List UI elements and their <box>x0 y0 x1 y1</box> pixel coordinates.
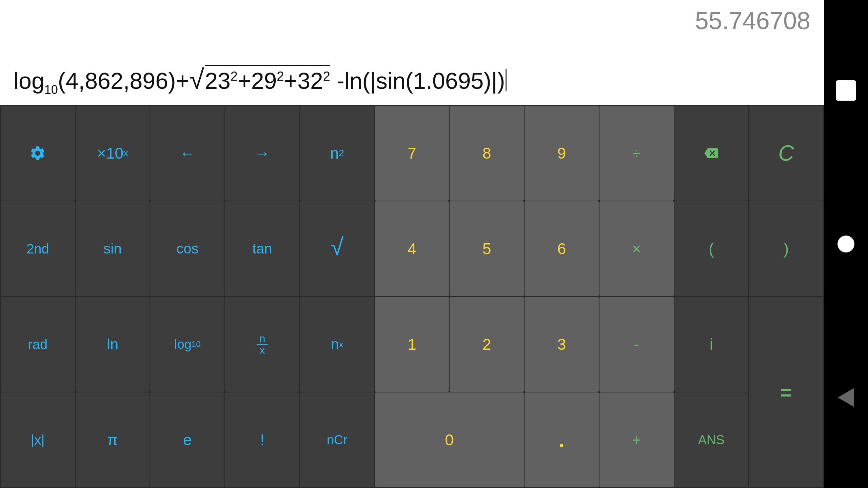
open-paren-button[interactable]: ( <box>674 201 749 296</box>
nine-button[interactable]: 9 <box>525 106 599 201</box>
2nd-button[interactable]: 2nd <box>1 201 75 296</box>
back-button[interactable] <box>834 386 858 409</box>
side-panel <box>824 0 868 488</box>
stop-icon <box>836 80 856 101</box>
log10-button[interactable]: log10 <box>150 297 224 392</box>
decimal-button[interactable]: . <box>525 392 599 487</box>
right-arrow-button[interactable]: → <box>225 106 299 201</box>
five-button[interactable]: 5 <box>450 201 524 296</box>
fraction-button[interactable]: n x <box>225 297 299 392</box>
two-button[interactable]: 2 <box>450 297 524 392</box>
cursor <box>506 69 507 91</box>
expression-display: log10(4,862,896)+√232+292+322 -ln(|sin(1… <box>10 61 814 98</box>
back-icon <box>838 388 854 407</box>
eight-button[interactable]: 8 <box>450 106 524 201</box>
rad-button[interactable]: rad <box>1 297 75 392</box>
abs-button[interactable]: |x| <box>1 392 75 487</box>
seven-button[interactable]: 7 <box>375 106 449 201</box>
exp10-button[interactable]: ×10x <box>76 106 150 201</box>
stop-button[interactable] <box>834 79 858 102</box>
keyboard-area: ×10x ← → n2 7 8 9 ÷ C 2nd sin cos tan √ … <box>0 105 824 488</box>
euler-button[interactable]: e <box>150 392 224 487</box>
zero-button[interactable]: 0 <box>375 392 524 487</box>
result-display: 55.746708 <box>10 7 814 35</box>
factorial-button[interactable]: ! <box>225 392 299 487</box>
ln-button[interactable]: ln <box>76 297 150 392</box>
home-button[interactable] <box>834 232 858 256</box>
ncr-button[interactable]: nCr <box>300 392 374 487</box>
add-button[interactable]: + <box>599 392 674 487</box>
one-button[interactable]: 1 <box>375 297 449 392</box>
divide-button[interactable]: ÷ <box>599 106 674 201</box>
calculator-area: 55.746708 log10(4,862,896)+√232+292+322 … <box>0 0 824 488</box>
power-button[interactable]: nx <box>300 297 374 392</box>
cos-button[interactable]: cos <box>150 201 224 296</box>
home-icon <box>837 236 854 252</box>
clear-button[interactable]: C <box>749 106 823 201</box>
multiply-button[interactable]: × <box>599 201 674 296</box>
expression-text: log10(4,862,896)+√232+292+322 -ln(|sin(1… <box>14 65 505 95</box>
imaginary-button[interactable]: i <box>674 297 749 392</box>
square-button[interactable]: n2 <box>300 106 374 201</box>
backspace-button[interactable] <box>674 106 749 201</box>
close-paren-button[interactable]: ) <box>749 201 823 296</box>
equals-button[interactable]: = <box>749 297 823 487</box>
subtract-button[interactable]: - <box>599 297 674 392</box>
left-arrow-button[interactable]: ← <box>150 106 224 201</box>
settings-button[interactable] <box>1 106 75 201</box>
sin-button[interactable]: sin <box>76 201 150 296</box>
four-button[interactable]: 4 <box>375 201 449 296</box>
sqrt-button[interactable]: √ <box>300 201 374 296</box>
pi-button[interactable]: π <box>76 392 150 487</box>
display-area: 55.746708 log10(4,862,896)+√232+292+322 … <box>0 0 824 105</box>
six-button[interactable]: 6 <box>525 201 599 296</box>
three-button[interactable]: 3 <box>525 297 599 392</box>
ans-button[interactable]: ANS <box>674 392 749 487</box>
tan-button[interactable]: tan <box>225 201 299 296</box>
